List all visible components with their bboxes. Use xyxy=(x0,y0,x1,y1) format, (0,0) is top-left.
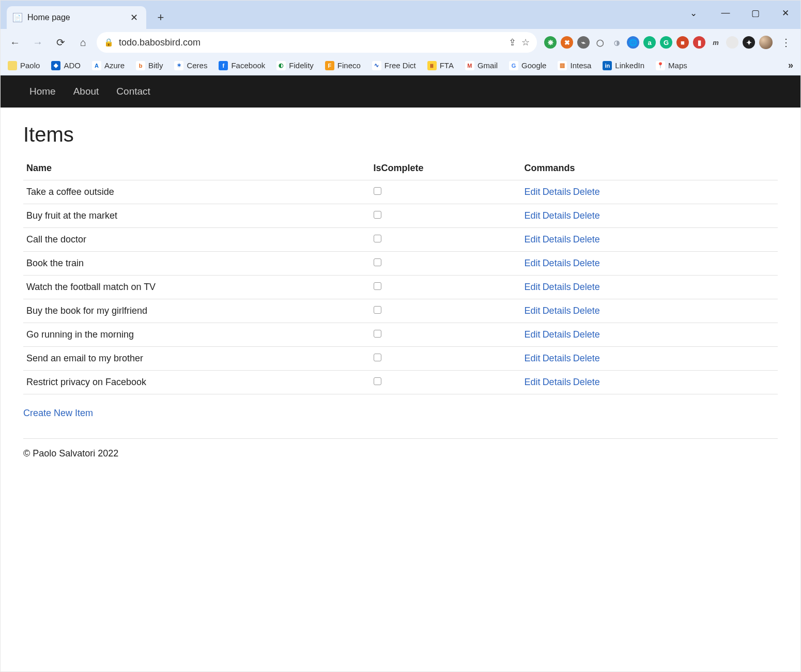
bookmark-item[interactable]: Paolo xyxy=(8,61,40,70)
tab-title: Home page xyxy=(27,13,123,22)
edit-link[interactable]: Edit xyxy=(525,377,541,387)
delete-link[interactable]: Delete xyxy=(573,353,600,363)
delete-link[interactable]: Delete xyxy=(573,258,600,268)
delete-link[interactable]: Delete xyxy=(573,282,600,292)
bookmark-item[interactable]: ∿Free Dict xyxy=(372,61,416,70)
bookmark-item[interactable]: fFacebook xyxy=(219,61,265,70)
bookmark-item[interactable]: FFineco xyxy=(325,61,361,70)
bookmark-item[interactable]: ⲼFTA xyxy=(427,61,454,70)
extension-icon[interactable]: ◯ xyxy=(594,36,606,49)
cell-name: Take a coffee outside xyxy=(23,180,371,204)
complete-checkbox[interactable] xyxy=(374,354,381,361)
back-button[interactable]: ← xyxy=(6,33,24,52)
details-link[interactable]: Details xyxy=(543,377,571,387)
complete-checkbox[interactable] xyxy=(374,235,381,242)
delete-link[interactable]: Delete xyxy=(573,210,600,221)
extension-icon[interactable]: ❋ xyxy=(544,36,557,49)
delete-link[interactable]: Delete xyxy=(573,377,600,387)
edit-link[interactable]: Edit xyxy=(525,187,541,197)
complete-checkbox[interactable] xyxy=(374,330,381,338)
close-window-button[interactable]: ✕ xyxy=(771,1,800,25)
minimize-button[interactable]: ― xyxy=(711,1,741,25)
cell-complete xyxy=(371,371,521,394)
bookmark-item[interactable]: ▥Intesa xyxy=(558,61,591,70)
bookmark-item[interactable]: ◆ADO xyxy=(51,61,81,70)
extension-icon[interactable] xyxy=(726,36,738,49)
complete-checkbox[interactable] xyxy=(374,187,381,195)
forward-button[interactable]: → xyxy=(28,33,47,52)
browser-tab[interactable]: 📄 Home page ✕ xyxy=(7,6,146,29)
edit-link[interactable]: Edit xyxy=(525,258,541,268)
new-tab-button[interactable]: + xyxy=(151,8,170,27)
edit-link[interactable]: Edit xyxy=(525,282,541,292)
bookmark-icon: ∿ xyxy=(372,61,381,70)
complete-checkbox[interactable] xyxy=(374,211,381,219)
complete-checkbox[interactable] xyxy=(374,258,381,266)
details-link[interactable]: Details xyxy=(543,234,571,245)
tabs-dropdown-icon[interactable]: ⌄ xyxy=(679,1,708,25)
edit-link[interactable]: Edit xyxy=(525,329,541,340)
details-link[interactable]: Details xyxy=(543,210,571,221)
nav-contact[interactable]: Contact xyxy=(116,86,150,97)
edit-link[interactable]: Edit xyxy=(525,353,541,363)
col-header-name: Name xyxy=(23,158,371,180)
cell-name: Buy the book for my girlfriend xyxy=(23,299,371,323)
bookmark-star-icon[interactable]: ☆ xyxy=(521,37,530,48)
nav-home[interactable]: Home xyxy=(29,86,56,97)
complete-checkbox[interactable] xyxy=(374,306,381,314)
edit-link[interactable]: Edit xyxy=(525,210,541,221)
extension-icon[interactable]: 🌐 xyxy=(627,36,639,49)
complete-checkbox[interactable] xyxy=(374,282,381,290)
details-link[interactable]: Details xyxy=(543,282,571,292)
maximize-button[interactable]: ▢ xyxy=(741,1,771,25)
delete-link[interactable]: Delete xyxy=(573,329,600,340)
extension-icon[interactable]: ✦ xyxy=(743,36,755,49)
omnibox[interactable]: 🔒 todo.babosbird.com ⇪ ☆ xyxy=(97,32,537,53)
bookmark-item[interactable]: ✶Ceres xyxy=(174,61,207,70)
cell-commands: EditDetailsDelete xyxy=(521,299,778,323)
bookmark-item[interactable]: inLinkedIn xyxy=(603,61,644,70)
titlebar: 📄 Home page ✕ + ⌄ ― ▢ ✕ xyxy=(1,1,800,29)
bookmark-item[interactable]: 📍Maps xyxy=(656,61,687,70)
details-link[interactable]: Details xyxy=(543,258,571,268)
bookmark-item[interactable]: ◐Fidelity xyxy=(276,61,314,70)
details-link[interactable]: Details xyxy=(543,353,571,363)
bookmarks-overflow-icon[interactable]: » xyxy=(788,60,793,71)
kebab-menu-icon[interactable]: ⋮ xyxy=(777,33,795,52)
nav-about[interactable]: About xyxy=(73,86,99,97)
extension-icon[interactable]: a xyxy=(643,36,656,49)
cell-commands: EditDetailsDelete xyxy=(521,276,778,299)
bookmark-item[interactable]: bBitly xyxy=(136,61,163,70)
table-row: Send an email to my brotherEditDetailsDe… xyxy=(23,347,778,371)
reload-button[interactable]: ⟳ xyxy=(51,33,70,52)
home-button[interactable]: ⌂ xyxy=(74,33,93,52)
profile-avatar[interactable] xyxy=(759,36,773,49)
edit-link[interactable]: Edit xyxy=(525,234,541,245)
extension-icon[interactable]: ■ xyxy=(676,36,689,49)
details-link[interactable]: Details xyxy=(543,306,571,316)
extension-icon[interactable]: ⌁ xyxy=(577,36,590,49)
details-link[interactable]: Details xyxy=(543,329,571,340)
extension-icon[interactable]: m xyxy=(710,36,722,49)
browser-window: 📄 Home page ✕ + ⌄ ― ▢ ✕ ← → ⟳ ⌂ 🔒 todo.b… xyxy=(0,0,801,672)
create-new-item-link[interactable]: Create New Item xyxy=(23,408,93,419)
complete-checkbox[interactable] xyxy=(374,377,381,385)
bookmark-item[interactable]: AAzure xyxy=(92,61,125,70)
delete-link[interactable]: Delete xyxy=(573,306,600,316)
extension-icon[interactable]: ✖ xyxy=(561,36,573,49)
extension-icon[interactable]: ▮ xyxy=(693,36,705,49)
delete-link[interactable]: Delete xyxy=(573,234,600,245)
bookmark-icon: F xyxy=(325,61,334,70)
bookmark-icon: f xyxy=(219,61,228,70)
details-link[interactable]: Details xyxy=(543,187,571,197)
delete-link[interactable]: Delete xyxy=(573,187,600,197)
bookmark-icon: ✶ xyxy=(174,61,183,70)
bookmark-item[interactable]: GGoogle xyxy=(509,61,546,70)
close-tab-icon[interactable]: ✕ xyxy=(128,12,140,23)
extension-icon[interactable]: G xyxy=(660,36,672,49)
bookmark-item[interactable]: MGmail xyxy=(465,61,498,70)
share-icon[interactable]: ⇪ xyxy=(509,37,516,48)
edit-link[interactable]: Edit xyxy=(525,306,541,316)
extension-icon[interactable]: ◑ xyxy=(610,36,623,49)
cell-name: Book the train xyxy=(23,252,371,276)
